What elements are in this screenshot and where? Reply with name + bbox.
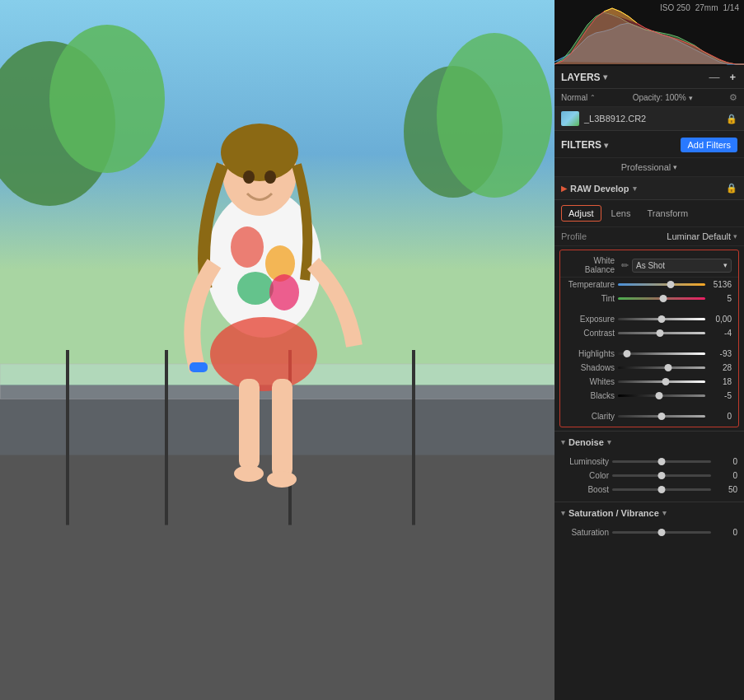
luminosity-label: Luminosity bbox=[561, 457, 609, 466]
add-layer-button[interactable]: + bbox=[728, 71, 737, 83]
boost-value: 50 bbox=[714, 485, 737, 494]
whites-slider[interactable] bbox=[618, 380, 705, 384]
iso-label: ISO 250 bbox=[660, 3, 690, 12]
tint-label: Tint bbox=[567, 294, 615, 303]
raw-lock-icon: 🔒 bbox=[726, 183, 737, 194]
tab-adjust[interactable]: Adjust bbox=[561, 205, 601, 222]
svg-rect-8 bbox=[66, 350, 69, 525]
color-slider[interactable] bbox=[612, 474, 711, 478]
professional-chevron-icon: ▾ bbox=[673, 163, 677, 171]
saturation-slider[interactable] bbox=[612, 531, 711, 534]
layer-row[interactable]: _L3B8912.CR2 🔒 bbox=[554, 107, 744, 131]
saturation-value: 0 bbox=[714, 528, 737, 537]
eyedropper-icon[interactable]: ✏ bbox=[621, 260, 629, 271]
layer-thumbnail bbox=[561, 111, 579, 126]
boost-slider[interactable] bbox=[612, 488, 711, 492]
highlights-slider[interactable] bbox=[618, 352, 705, 356]
professional-row[interactable]: Professional ▾ bbox=[554, 158, 744, 177]
wb-value: As Shot bbox=[636, 261, 665, 270]
blend-row: Normal ⌃ Opacity: 100% ▾ ⚙ bbox=[554, 89, 744, 107]
gear-button[interactable]: ⚙ bbox=[729, 92, 737, 103]
filters-chevron-icon[interactable]: ▾ bbox=[604, 141, 608, 150]
raw-develop-text: RAW Develop bbox=[570, 184, 629, 194]
clarity-slider[interactable] bbox=[618, 415, 705, 418]
saturation-header[interactable]: ▾ Saturation / Vibrance ▾ bbox=[554, 502, 744, 524]
luminosity-slider[interactable] bbox=[612, 460, 711, 464]
whites-value: 18 bbox=[709, 377, 732, 386]
tint-slider[interactable] bbox=[618, 297, 705, 301]
blacks-label: Blacks bbox=[567, 391, 615, 400]
white-balance-row: White Balance ✏ As Shot ▾ bbox=[560, 254, 738, 278]
white-balance-select[interactable]: As Shot ▾ bbox=[632, 259, 732, 273]
filters-label: FILTERS bbox=[561, 139, 601, 151]
svg-point-25 bbox=[243, 170, 255, 184]
boost-label: Boost bbox=[561, 485, 609, 494]
luminosity-value: 0 bbox=[714, 457, 737, 466]
color-row: Color 0 bbox=[554, 469, 744, 483]
wb-chevron-icon: ▾ bbox=[723, 261, 728, 269]
add-filters-button[interactable]: Add Filters bbox=[681, 138, 737, 152]
svg-point-24 bbox=[267, 471, 297, 488]
saturation-row: Saturation 0 bbox=[554, 525, 744, 539]
svg-point-16 bbox=[269, 274, 299, 310]
layers-chevron-icon[interactable]: ▾ bbox=[603, 72, 607, 82]
tint-value: 5 bbox=[709, 294, 732, 303]
layers-label: LAYERS bbox=[561, 72, 601, 83]
denoise-chevron-icon: ▾ bbox=[607, 438, 611, 446]
focal-label: 27mm bbox=[695, 3, 718, 12]
opacity-label: Opacity: 100% ▾ bbox=[633, 93, 693, 102]
divider-2 bbox=[560, 340, 738, 347]
temperature-slider[interactable] bbox=[618, 283, 705, 287]
svg-point-2 bbox=[49, 25, 165, 173]
svg-point-13 bbox=[231, 226, 264, 268]
blacks-slider[interactable] bbox=[618, 394, 705, 398]
contrast-row: Contrast -4 bbox=[560, 326, 738, 340]
opacity-text: Opacity: 100% bbox=[633, 93, 686, 102]
svg-point-26 bbox=[264, 170, 276, 184]
highlights-label: Highlights bbox=[567, 349, 615, 358]
temperature-row: Temperature 5136 bbox=[560, 278, 738, 292]
svg-rect-9 bbox=[165, 350, 168, 525]
contrast-value: -4 bbox=[709, 329, 732, 338]
svg-point-17 bbox=[210, 317, 317, 391]
color-label: Color bbox=[561, 471, 609, 480]
highlights-value: -93 bbox=[709, 349, 732, 358]
tab-lens[interactable]: Lens bbox=[605, 206, 638, 221]
right-panel: ISO 250 27mm 1/14 LAYERS ▾ — + Normal ⌃ … bbox=[554, 0, 744, 700]
blend-mode-select[interactable]: Normal ⌃ bbox=[561, 93, 596, 102]
saturation-title: Saturation / Vibrance bbox=[569, 508, 659, 518]
tab-transform[interactable]: Transform bbox=[640, 206, 695, 221]
whites-row: Whites 18 bbox=[560, 375, 738, 389]
svg-point-23 bbox=[234, 465, 264, 482]
svg-rect-21 bbox=[239, 379, 260, 469]
tint-row: Tint 5 bbox=[560, 292, 738, 306]
denoise-title: Denoise bbox=[569, 437, 604, 447]
whites-label: Whites bbox=[567, 377, 615, 386]
saturation-label: ▾ Saturation / Vibrance ▾ bbox=[561, 508, 667, 518]
raw-develop-header[interactable]: ▶ RAW Develop ▾ 🔒 bbox=[554, 177, 744, 200]
saturation-chevron-icon: ▾ bbox=[662, 509, 667, 517]
svg-rect-11 bbox=[412, 350, 415, 525]
profile-value: Luminar Default bbox=[667, 231, 731, 241]
tabs-row: Adjust Lens Transform bbox=[554, 200, 744, 227]
blend-mode-label: Normal bbox=[561, 93, 587, 102]
minimize-button[interactable]: — bbox=[707, 71, 721, 83]
photo-canvas bbox=[0, 0, 554, 700]
saturation-triangle-icon: ▾ bbox=[561, 509, 565, 517]
blacks-value: -5 bbox=[709, 391, 732, 400]
highlights-row: Highlights -93 bbox=[560, 347, 738, 361]
raw-develop-label: ▶ RAW Develop ▾ bbox=[561, 184, 637, 194]
luminosity-row: Luminosity 0 bbox=[554, 455, 744, 469]
filters-title: FILTERS ▾ bbox=[561, 139, 608, 151]
histogram: ISO 250 27mm 1/14 bbox=[554, 0, 744, 66]
photo-svg bbox=[0, 0, 554, 700]
shadows-slider[interactable] bbox=[618, 366, 705, 370]
contrast-slider[interactable] bbox=[618, 332, 705, 335]
profile-select[interactable]: Luminar Default ▾ bbox=[667, 231, 737, 241]
denoise-header[interactable]: ▾ Denoise ▾ bbox=[554, 431, 744, 453]
layers-title: LAYERS ▾ bbox=[561, 72, 607, 83]
svg-point-19 bbox=[221, 124, 298, 181]
saturation-sliders: Saturation 0 bbox=[554, 524, 744, 544]
exposure-slider[interactable] bbox=[618, 318, 705, 321]
filters-header: FILTERS ▾ Add Filters bbox=[554, 131, 744, 158]
